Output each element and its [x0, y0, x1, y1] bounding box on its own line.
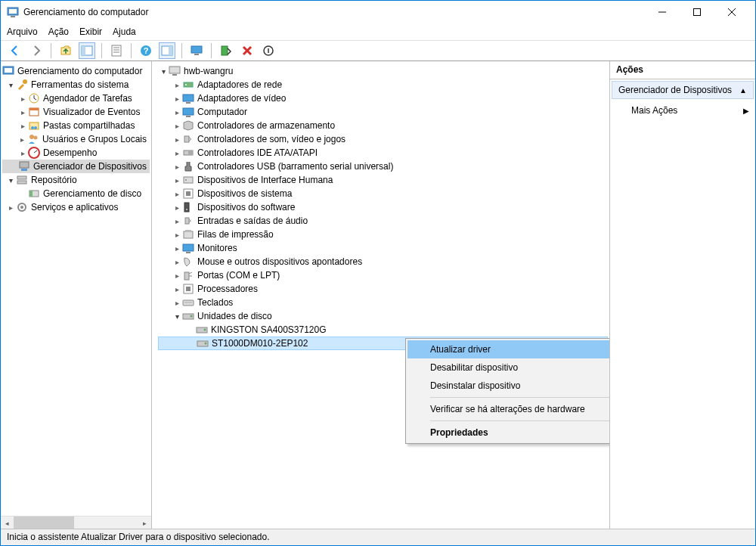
expand-arrow-icon[interactable]: ▸ [172, 122, 182, 130]
expand-arrow-icon[interactable]: ▸ [172, 163, 182, 171]
tree-local-users[interactable]: ▸ Usuários e Grupos Locais [2, 132, 150, 146]
storage-icon [16, 174, 28, 186]
scroll-right-icon[interactable]: ▸ [138, 517, 151, 529]
scan-hardware-button[interactable] [218, 42, 234, 59]
expand-arrow-icon[interactable]: ▸ [172, 258, 182, 266]
device-category[interactable]: ▸Filas de impressão [158, 228, 608, 241]
device-category[interactable]: ▸Portas (COM e LPT) [158, 268, 608, 282]
show-hide-tree-button[interactable] [79, 42, 95, 59]
tree-disk-mgmt[interactable]: Gerenciamento de disco [2, 187, 150, 200]
expand-arrow-icon[interactable]: ▸ [172, 190, 182, 198]
ctx-properties[interactable]: Propriedades [407, 423, 610, 442]
maximize-button[interactable] [680, 1, 714, 23]
minimize-button[interactable] [645, 1, 680, 23]
device-category[interactable]: ▸Controladores USB (barramento serial un… [158, 160, 608, 173]
help-button[interactable]: ? [138, 42, 154, 59]
monitor-icon-button[interactable] [188, 42, 205, 59]
expand-arrow-icon[interactable]: ▸ [17, 122, 28, 130]
left-panel: Gerenciamento do computador ▾ Ferramenta… [1, 61, 152, 529]
expand-arrow-icon[interactable]: ▸ [17, 108, 28, 116]
tree-device-manager[interactable]: Gerenciador de Dispositivos [2, 160, 150, 173]
device-disk-item[interactable]: KINGSTON SA400S37120G [158, 323, 608, 337]
device-category[interactable]: ▸Entradas e saídas de áudio [158, 214, 608, 228]
left-scrollbar[interactable]: ◂ ▸ [1, 516, 151, 529]
actions-header: Ações [610, 61, 755, 79]
tree-services[interactable]: ▸ Serviços e aplicativos [2, 200, 150, 214]
disable-button[interactable] [260, 42, 277, 59]
expand-arrow-icon[interactable]: ▸ [172, 231, 182, 239]
expand-arrow-icon[interactable]: ▸ [17, 149, 28, 157]
device-category[interactable]: ▸Controladores de armazenamento [158, 119, 608, 132]
up-button[interactable] [57, 42, 74, 59]
expand-arrow-icon[interactable]: ▸ [172, 217, 182, 225]
menu-action[interactable]: Ação [48, 26, 69, 37]
tree-task-scheduler[interactable]: ▸ Agendador de Tarefas [2, 92, 150, 105]
expand-arrow-icon[interactable]: ▸ [17, 135, 27, 144]
device-tree[interactable]: ▾ hwb-wangru ▸Adaptadores de rede▸Adapta… [152, 61, 609, 353]
properties-button[interactable] [108, 42, 125, 59]
close-button[interactable] [714, 1, 749, 23]
expand-arrow-icon[interactable]: ▸ [172, 149, 182, 157]
computer-icon [169, 65, 181, 77]
ctx-uninstall-device[interactable]: Desinstalar dispositivo [407, 377, 610, 395]
uninstall-button[interactable] [239, 42, 256, 59]
device-category[interactable]: ▸Computador [158, 105, 608, 119]
device-category[interactable]: ▸Adaptadores de vídeo [158, 92, 608, 105]
device-category[interactable]: ▸Teclados [158, 296, 608, 309]
svg-rect-52 [186, 116, 191, 117]
tree-performance[interactable]: ▸ Desempenho [2, 146, 150, 160]
expand-arrow-icon[interactable]: ▸ [172, 135, 182, 144]
tree-label: Usuários e Grupos Locais [42, 134, 147, 144]
actions-category[interactable]: Gerenciador de Dispositivos ▲ [612, 81, 754, 99]
expand-arrow-icon[interactable]: ▸ [172, 299, 182, 307]
forward-button[interactable] [28, 42, 45, 59]
menu-view[interactable]: Exibir [79, 26, 102, 37]
expand-arrow-icon[interactable]: ▸ [172, 244, 182, 253]
device-category[interactable]: ▸Adaptadores de rede [158, 78, 608, 92]
ctx-scan-hardware[interactable]: Verificar se há alterações de hardware [407, 400, 610, 418]
expand-arrow-icon[interactable]: ▸ [17, 95, 28, 103]
svg-rect-20 [222, 46, 228, 55]
expand-arrow-icon[interactable]: ▾ [172, 312, 182, 321]
category-icon [182, 174, 194, 186]
expand-arrow-icon[interactable]: ▾ [158, 67, 169, 76]
expand-arrow-icon[interactable]: ▸ [172, 203, 182, 212]
tree-root[interactable]: Gerenciamento do computador [2, 64, 150, 78]
toolbar: ? [1, 40, 755, 61]
expand-arrow-icon[interactable]: ▾ [5, 176, 16, 185]
device-root[interactable]: ▾ hwb-wangru [158, 64, 608, 78]
menu-file[interactable]: Arquivo [7, 26, 38, 37]
expand-arrow-icon[interactable]: ▸ [172, 81, 182, 89]
tree-storage[interactable]: ▾ Repositório [2, 173, 150, 187]
ctx-disable-device[interactable]: Desabilitar dispositivo [407, 358, 610, 377]
back-button[interactable] [7, 42, 23, 59]
device-category[interactable]: ▸Monitores [158, 241, 608, 255]
menu-help[interactable]: Ajuda [113, 26, 136, 37]
expand-arrow-icon[interactable]: ▸ [172, 271, 182, 280]
device-category[interactable]: ▸Controladores de som, vídeo e jogos [158, 132, 608, 146]
device-category[interactable]: ▸Dispositivos de Interface Humana [158, 173, 608, 187]
expand-arrow-icon[interactable]: ▸ [172, 176, 182, 185]
tree-event-viewer[interactable]: ▸ Visualizador de Eventos [2, 105, 150, 119]
tree-shared-folders[interactable]: ▸ Pastas compartilhadas [2, 119, 150, 132]
expand-arrow-icon[interactable]: ▸ [172, 285, 182, 293]
scroll-left-icon[interactable]: ◂ [1, 517, 14, 529]
device-category[interactable]: ▸Dispositivos do software [158, 200, 608, 214]
expand-arrow-icon[interactable]: ▸ [172, 108, 182, 116]
tree-system-tools[interactable]: ▾ Ferramentas do sistema [2, 78, 150, 92]
device-category[interactable]: ▾Unidades de disco [158, 309, 608, 323]
device-category[interactable]: ▸Mouse e outros dispositivos apontadores [158, 255, 608, 268]
svg-point-34 [33, 136, 37, 140]
device-category[interactable]: ▸Controladores IDE ATA/ATAPI [158, 146, 608, 160]
expand-arrow-icon[interactable]: ▸ [172, 95, 182, 103]
console-tree[interactable]: Gerenciamento do computador ▾ Ferramenta… [1, 61, 151, 516]
actions-more[interactable]: Mais Ações ▶ [610, 101, 755, 120]
device-category[interactable]: ▸Processadores [158, 282, 608, 296]
expand-arrow-icon[interactable]: ▾ [5, 81, 16, 89]
device-category[interactable]: ▸Dispositivos de sistema [158, 187, 608, 200]
expand-arrow-icon[interactable]: ▸ [5, 203, 16, 212]
ctx-update-driver[interactable]: Atualizar driver [407, 340, 610, 358]
show-hide-actions-button[interactable] [159, 42, 175, 59]
scroll-thumb[interactable] [14, 517, 74, 529]
users-icon [27, 133, 39, 145]
